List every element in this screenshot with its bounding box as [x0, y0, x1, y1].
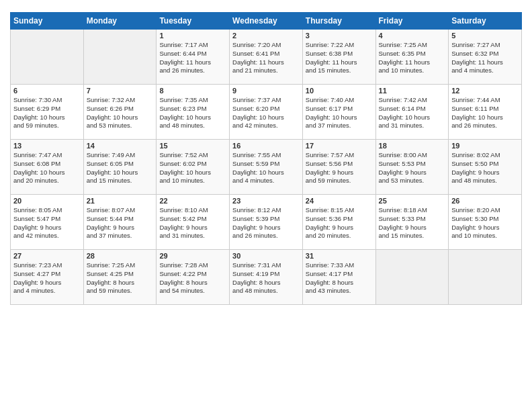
day-number: 26	[451, 197, 519, 205]
cal-cell: 20Sunrise: 8:05 AM Sunset: 5:47 PM Dayli…	[11, 195, 84, 250]
cal-cell: 4Sunrise: 7:25 AM Sunset: 6:35 PM Daylig…	[375, 30, 449, 85]
cal-cell: 8Sunrise: 7:35 AM Sunset: 6:23 PM Daylig…	[157, 85, 230, 140]
day-number: 24	[306, 197, 373, 205]
day-number: 8	[159, 87, 226, 95]
cell-info: Sunrise: 8:15 AM Sunset: 5:36 PM Dayligh…	[306, 206, 373, 240]
day-number: 31	[306, 252, 373, 260]
cell-info: Sunrise: 7:47 AM Sunset: 6:08 PM Dayligh…	[13, 151, 81, 185]
day-number: 3	[306, 32, 373, 40]
day-number: 15	[159, 142, 226, 150]
col-header-saturday: Saturday	[449, 13, 522, 30]
col-header-sunday: Sunday	[11, 13, 84, 30]
cal-cell: 11Sunrise: 7:42 AM Sunset: 6:14 PM Dayli…	[375, 85, 449, 140]
cal-cell: 30Sunrise: 7:31 AM Sunset: 4:19 PM Dayli…	[230, 250, 303, 305]
cal-cell: 19Sunrise: 8:02 AM Sunset: 5:50 PM Dayli…	[449, 140, 522, 195]
col-header-monday: Monday	[83, 13, 157, 30]
col-header-wednesday: Wednesday	[230, 13, 303, 30]
cell-info: Sunrise: 8:20 AM Sunset: 5:30 PM Dayligh…	[451, 206, 519, 240]
col-header-friday: Friday	[375, 13, 449, 30]
cal-cell: 12Sunrise: 7:44 AM Sunset: 6:11 PM Dayli…	[449, 85, 522, 140]
cell-info: Sunrise: 7:27 AM Sunset: 6:32 PM Dayligh…	[451, 41, 519, 75]
cell-info: Sunrise: 7:57 AM Sunset: 5:56 PM Dayligh…	[306, 151, 373, 185]
cal-cell	[83, 30, 157, 85]
cell-info: Sunrise: 7:31 AM Sunset: 4:19 PM Dayligh…	[232, 261, 300, 295]
cal-cell	[11, 30, 84, 85]
cell-info: Sunrise: 7:44 AM Sunset: 6:11 PM Dayligh…	[451, 96, 519, 130]
day-number: 7	[87, 87, 154, 95]
cal-cell: 5Sunrise: 7:27 AM Sunset: 6:32 PM Daylig…	[449, 30, 522, 85]
cell-info: Sunrise: 7:33 AM Sunset: 4:17 PM Dayligh…	[306, 261, 373, 295]
cal-cell: 27Sunrise: 7:23 AM Sunset: 4:27 PM Dayli…	[11, 250, 84, 305]
cell-info: Sunrise: 8:02 AM Sunset: 5:50 PM Dayligh…	[451, 151, 519, 185]
cal-cell	[449, 250, 522, 305]
cal-cell: 2Sunrise: 7:20 AM Sunset: 6:41 PM Daylig…	[230, 30, 303, 85]
cell-info: Sunrise: 7:55 AM Sunset: 5:59 PM Dayligh…	[232, 151, 300, 185]
cell-info: Sunrise: 7:20 AM Sunset: 6:41 PM Dayligh…	[232, 41, 300, 75]
cal-cell: 10Sunrise: 7:40 AM Sunset: 6:17 PM Dayli…	[302, 85, 375, 140]
cell-info: Sunrise: 8:10 AM Sunset: 5:42 PM Dayligh…	[159, 206, 226, 240]
day-number: 1	[159, 32, 226, 40]
day-number: 23	[232, 197, 300, 205]
cell-info: Sunrise: 7:25 AM Sunset: 6:35 PM Dayligh…	[379, 41, 446, 75]
cell-info: Sunrise: 7:23 AM Sunset: 4:27 PM Dayligh…	[13, 261, 81, 295]
day-number: 28	[87, 252, 154, 260]
day-number: 13	[13, 142, 81, 150]
cal-cell: 15Sunrise: 7:52 AM Sunset: 6:02 PM Dayli…	[157, 140, 230, 195]
page: General Blue SundayMondayTuesdayWednesda…	[0, 0, 532, 411]
cell-info: Sunrise: 7:17 AM Sunset: 6:44 PM Dayligh…	[159, 41, 226, 75]
day-number: 11	[379, 87, 446, 95]
cell-info: Sunrise: 8:12 AM Sunset: 5:39 PM Dayligh…	[232, 206, 300, 240]
day-number: 21	[87, 197, 154, 205]
cal-cell: 14Sunrise: 7:49 AM Sunset: 6:05 PM Dayli…	[83, 140, 157, 195]
day-number: 29	[159, 252, 226, 260]
cal-cell: 9Sunrise: 7:37 AM Sunset: 6:20 PM Daylig…	[230, 85, 303, 140]
header-row: SundayMondayTuesdayWednesdayThursdayFrid…	[11, 13, 522, 30]
cal-cell: 17Sunrise: 7:57 AM Sunset: 5:56 PM Dayli…	[302, 140, 375, 195]
cal-cell: 21Sunrise: 8:07 AM Sunset: 5:44 PM Dayli…	[83, 195, 157, 250]
col-header-tuesday: Tuesday	[157, 13, 230, 30]
day-number: 30	[232, 252, 300, 260]
day-number: 14	[87, 142, 154, 150]
day-number: 20	[13, 197, 81, 205]
day-number: 18	[379, 142, 446, 150]
day-number: 17	[306, 142, 373, 150]
cell-info: Sunrise: 7:40 AM Sunset: 6:17 PM Dayligh…	[306, 96, 373, 130]
day-number: 10	[306, 87, 373, 95]
cal-cell	[375, 250, 449, 305]
day-number: 4	[379, 32, 446, 40]
cell-info: Sunrise: 8:07 AM Sunset: 5:44 PM Dayligh…	[87, 206, 154, 240]
cell-info: Sunrise: 7:35 AM Sunset: 6:23 PM Dayligh…	[159, 96, 226, 130]
cal-cell: 26Sunrise: 8:20 AM Sunset: 5:30 PM Dayli…	[449, 195, 522, 250]
cal-cell: 28Sunrise: 7:25 AM Sunset: 4:25 PM Dayli…	[83, 250, 157, 305]
cal-cell: 7Sunrise: 7:32 AM Sunset: 6:26 PM Daylig…	[83, 85, 157, 140]
cell-info: Sunrise: 8:05 AM Sunset: 5:47 PM Dayligh…	[13, 206, 81, 240]
cell-info: Sunrise: 8:18 AM Sunset: 5:33 PM Dayligh…	[379, 206, 446, 240]
cell-info: Sunrise: 7:49 AM Sunset: 6:05 PM Dayligh…	[87, 151, 154, 185]
day-number: 12	[451, 87, 519, 95]
day-number: 6	[13, 87, 81, 95]
cal-cell: 3Sunrise: 7:22 AM Sunset: 6:38 PM Daylig…	[302, 30, 375, 85]
cell-info: Sunrise: 7:25 AM Sunset: 4:25 PM Dayligh…	[87, 261, 154, 295]
cal-cell: 1Sunrise: 7:17 AM Sunset: 6:44 PM Daylig…	[157, 30, 230, 85]
cell-info: Sunrise: 7:22 AM Sunset: 6:38 PM Dayligh…	[306, 41, 373, 75]
day-number: 19	[451, 142, 519, 150]
cal-cell: 24Sunrise: 8:15 AM Sunset: 5:36 PM Dayli…	[302, 195, 375, 250]
cell-info: Sunrise: 7:28 AM Sunset: 4:22 PM Dayligh…	[159, 261, 226, 295]
cal-cell: 18Sunrise: 8:00 AM Sunset: 5:53 PM Dayli…	[375, 140, 449, 195]
day-number: 25	[379, 197, 446, 205]
day-number: 5	[451, 32, 519, 40]
cell-info: Sunrise: 7:30 AM Sunset: 6:29 PM Dayligh…	[13, 96, 81, 130]
day-number: 9	[232, 87, 300, 95]
week-row-2: 6Sunrise: 7:30 AM Sunset: 6:29 PM Daylig…	[11, 85, 522, 140]
day-number: 16	[232, 142, 300, 150]
week-row-5: 27Sunrise: 7:23 AM Sunset: 4:27 PM Dayli…	[11, 250, 522, 305]
cell-info: Sunrise: 7:37 AM Sunset: 6:20 PM Dayligh…	[232, 96, 300, 130]
cal-cell: 25Sunrise: 8:18 AM Sunset: 5:33 PM Dayli…	[375, 195, 449, 250]
calendar-table: SundayMondayTuesdayWednesdayThursdayFrid…	[10, 12, 522, 305]
cal-cell: 13Sunrise: 7:47 AM Sunset: 6:08 PM Dayli…	[11, 140, 84, 195]
col-header-thursday: Thursday	[302, 13, 375, 30]
week-row-3: 13Sunrise: 7:47 AM Sunset: 6:08 PM Dayli…	[11, 140, 522, 195]
cell-info: Sunrise: 7:42 AM Sunset: 6:14 PM Dayligh…	[379, 96, 446, 130]
day-number: 27	[13, 252, 81, 260]
day-number: 2	[232, 32, 300, 40]
